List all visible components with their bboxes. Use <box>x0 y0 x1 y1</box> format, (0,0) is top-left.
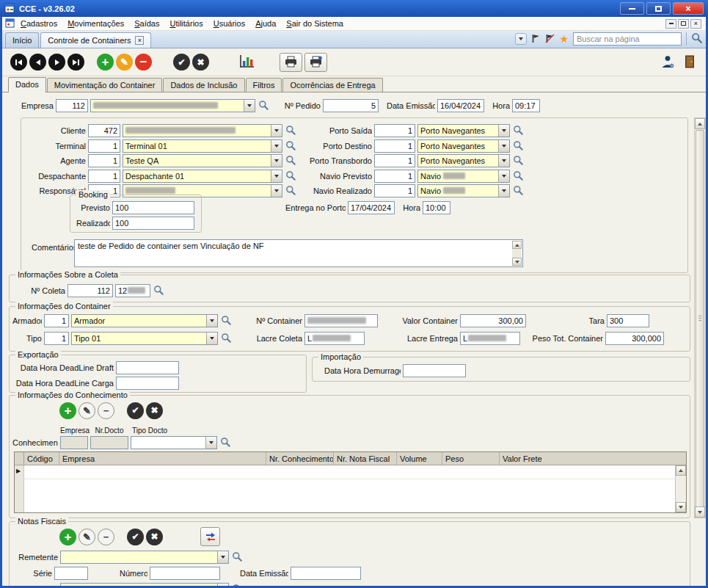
quick-menu-button[interactable] <box>515 33 527 45</box>
add-nota-button[interactable]: + <box>59 529 76 545</box>
maximize-button[interactable] <box>646 2 671 15</box>
search-icon[interactable] <box>153 284 165 297</box>
navio-realizado-code-input[interactable]: 1 <box>374 184 415 197</box>
terminal-combo[interactable]: Terminal 01 <box>123 139 282 153</box>
valor-container-input[interactable]: 300,00 <box>460 314 526 327</box>
user-icon[interactable] <box>660 54 675 70</box>
cancel-button[interactable]: ✖ <box>192 54 209 70</box>
mdi-minimize-button[interactable] <box>665 19 676 29</box>
menu-saidas[interactable]: Saídas <box>130 18 164 29</box>
search-icon[interactable] <box>512 154 525 167</box>
print-button[interactable] <box>280 53 302 72</box>
dropdown-arrow[interactable] <box>271 185 282 197</box>
previsto-input[interactable]: 100 <box>112 201 194 214</box>
page-tab-filtros[interactable]: Filtros <box>246 78 282 92</box>
form-vertical-scrollbar[interactable] <box>694 117 706 518</box>
dropdown-arrow[interactable] <box>206 333 217 344</box>
dropdown-arrow[interactable] <box>244 100 255 112</box>
serie-input[interactable] <box>54 567 88 580</box>
porto-destino-code-input[interactable]: 1 <box>374 139 415 153</box>
dropdown-arrow[interactable] <box>217 584 228 587</box>
comentarios-scrollbar[interactable] <box>512 241 522 266</box>
destinatario-combo[interactable] <box>60 583 229 587</box>
remetente-combo[interactable] <box>60 551 229 564</box>
agente-code-input[interactable]: 1 <box>88 154 120 167</box>
scroll-down-button[interactable] <box>512 258 522 266</box>
menu-ajuda[interactable]: Ajuda <box>251 18 280 29</box>
empresa-code-input[interactable]: 112 <box>56 99 88 112</box>
confirm-button[interactable]: ✔ <box>173 54 190 70</box>
first-record-button[interactable] <box>10 54 27 70</box>
tab-close-icon[interactable]: × <box>135 36 144 45</box>
search-icon[interactable] <box>220 332 233 344</box>
dropdown-arrow[interactable] <box>498 185 509 197</box>
search-icon[interactable] <box>220 314 233 327</box>
menu-movimentacoes[interactable]: Movimentações <box>63 18 128 29</box>
transfer-nota-button[interactable] <box>200 527 220 546</box>
favorite-star-icon[interactable]: ★ <box>559 34 569 44</box>
porto-destino-combo[interactable]: Porto Navegantes <box>417 139 510 153</box>
data-emissao-input[interactable]: 16/04/2024 <box>437 99 484 112</box>
dropdown-arrow[interactable] <box>498 155 509 167</box>
add-record-button[interactable]: + <box>97 54 114 70</box>
search-icon[interactable] <box>512 184 525 197</box>
empresa-combo[interactable] <box>90 99 255 112</box>
agente-combo[interactable]: Teste QA <box>123 154 282 167</box>
delete-nota-button[interactable]: − <box>98 529 114 545</box>
navio-realizado-combo[interactable]: Navio <box>417 184 510 197</box>
dropdown-arrow[interactable] <box>271 155 282 167</box>
exit-door-icon[interactable] <box>683 54 696 70</box>
delete-record-button[interactable]: − <box>135 54 152 70</box>
armador-code-input[interactable]: 1 <box>44 314 69 327</box>
entrega-porto-input[interactable]: 17/04/2024 <box>348 201 395 214</box>
dropdown-arrow[interactable] <box>498 125 509 137</box>
close-button[interactable]: × <box>673 2 704 15</box>
scroll-up-button[interactable] <box>695 118 705 129</box>
flag-icon[interactable] <box>531 34 541 45</box>
dropdown-arrow[interactable] <box>217 551 228 563</box>
cliente-combo[interactable] <box>123 124 282 137</box>
print-settings-button[interactable] <box>304 53 327 72</box>
chart-button[interactable] <box>238 54 255 70</box>
navio-previsto-code-input[interactable]: 1 <box>374 170 415 183</box>
comentarios-memo[interactable]: teste de Pedido de container sem Vincula… <box>74 239 523 267</box>
mdi-close-button[interactable]: × <box>690 19 701 29</box>
last-record-button[interactable] <box>67 54 84 70</box>
page-tab-ocorrencias[interactable]: Ocorrências de Entrega <box>282 78 382 92</box>
grid-vertical-scrollbar[interactable] <box>675 465 686 512</box>
dropdown-arrow[interactable] <box>271 125 282 137</box>
delete-conhecimento-button[interactable]: − <box>98 402 114 419</box>
edit-conhecimento-button[interactable]: ✎ <box>79 402 95 419</box>
search-icon[interactable] <box>231 551 244 563</box>
menu-cadastros[interactable]: Cadastros <box>16 18 62 29</box>
despachante-code-input[interactable]: 1 <box>88 170 120 183</box>
porto-transbordo-combo[interactable]: Porto Navegantes <box>417 154 510 167</box>
scroll-down-button[interactable] <box>695 507 705 518</box>
search-icon[interactable] <box>512 124 525 137</box>
edit-record-button[interactable]: ✎ <box>116 54 133 70</box>
dropdown-arrow[interactable] <box>205 437 216 449</box>
tipo-code-input[interactable]: 1 <box>44 332 69 345</box>
dropdown-arrow[interactable] <box>271 140 282 152</box>
search-icon[interactable] <box>258 99 270 112</box>
search-icon[interactable] <box>512 170 525 182</box>
lacre-entrega-input[interactable]: L <box>460 332 520 345</box>
page-search-input[interactable] <box>573 32 682 46</box>
porto-saida-combo[interactable]: Porto Navegantes <box>417 124 510 137</box>
hora-input[interactable]: 09:17 <box>512 99 540 112</box>
page-tab-dados-inclusao[interactable]: Dados de Inclusão <box>163 78 244 92</box>
coleta-code-input[interactable]: 112 <box>67 284 113 297</box>
coleta-numero-input[interactable]: 12 <box>115 284 150 297</box>
scroll-down-button[interactable] <box>676 502 686 512</box>
terminal-code-input[interactable]: 1 <box>88 139 120 153</box>
cancel-conhecimento-button[interactable]: ✖ <box>146 402 163 419</box>
confirm-nota-button[interactable]: ✔ <box>127 529 144 545</box>
conhecimento-grid[interactable]: Código Empresa Nr. Conhecimento Nr. Nota… <box>14 451 687 513</box>
cliente-code-input[interactable]: 472 <box>88 124 120 137</box>
edit-nota-button[interactable]: ✎ <box>79 529 95 545</box>
mdi-restore-button[interactable] <box>678 19 689 29</box>
dropdown-arrow[interactable] <box>271 170 282 182</box>
search-icon[interactable] <box>219 436 232 449</box>
realizado-input[interactable]: 100 <box>112 217 194 230</box>
nota-emissao-input[interactable] <box>291 567 361 580</box>
